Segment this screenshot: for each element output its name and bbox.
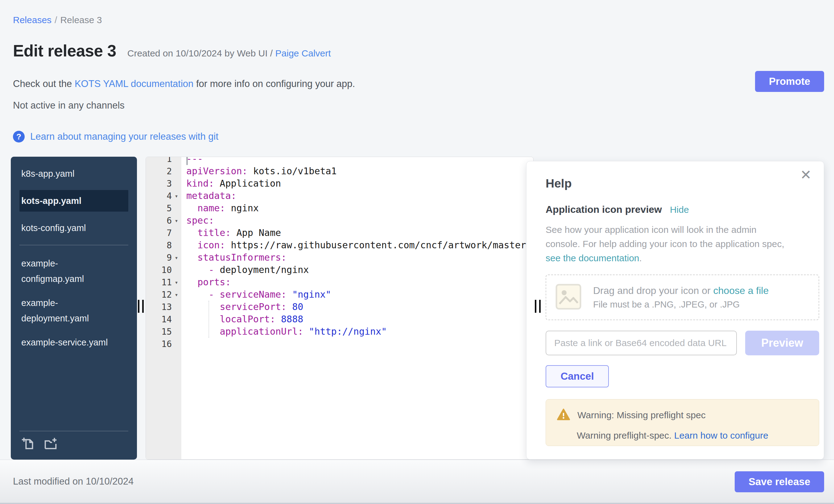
help-panel: ✕ Help Application icon preview Hide See… xyxy=(526,161,824,460)
file-tree-footer-divider xyxy=(19,431,128,431)
code-line-1[interactable]: --- xyxy=(181,157,533,165)
code-line-16[interactable] xyxy=(181,338,533,350)
editor-code-rows[interactable]: ---apiVersion: kots.io/v1beta1kind: Appl… xyxy=(181,157,533,350)
gutter-line-14: 14 xyxy=(146,313,181,325)
choose-file-link[interactable]: choose a file xyxy=(714,285,769,296)
hide-link[interactable]: Hide xyxy=(670,204,689,215)
git-help-row: ? Learn about managing your releases wit… xyxy=(13,131,218,143)
gutter-line-3: 3 xyxy=(146,177,181,190)
warning-detail-text: Warning preflight-spec. xyxy=(577,430,674,440)
file-item-kots-app-yaml[interactable]: kots-app.yaml xyxy=(19,190,128,212)
gutter-line-12: 12▾ xyxy=(146,288,181,301)
fold-arrow-icon[interactable]: ▾ xyxy=(172,214,181,227)
promote-button[interactable]: Promote xyxy=(755,71,824,92)
editor-gutter-rows: 1234▾56▾789▾1011▾12▾13141516 xyxy=(146,157,181,350)
docs-post: for more info on configuring your app. xyxy=(193,78,355,89)
file-item-example-service-yaml[interactable]: example-service.yaml xyxy=(11,335,137,350)
dropzone-text: Drag and drop your icon or choose a file… xyxy=(593,285,769,310)
gutter-line-16: 16 xyxy=(146,338,181,350)
breadcrumb-current: Release 3 xyxy=(60,15,102,25)
icon-preview-description: See how your application icon will look … xyxy=(546,223,792,265)
docs-line: Check out the KOTS YAML documentation fo… xyxy=(13,78,355,89)
footer-bar: Last modified on 10/10/2024 xyxy=(0,460,834,504)
file-list: k8s-app.yamlkots-app.yamlkots-config.yam… xyxy=(11,166,137,350)
code-line-14[interactable]: localPort: 8888 xyxy=(181,313,533,325)
icon-url-row: Preview xyxy=(546,331,819,355)
code-line-15[interactable]: applicationUrl: "http://nginx" xyxy=(181,325,533,338)
breadcrumb: Releases/Release 3 xyxy=(13,15,102,25)
gutter-line-6: 6▾ xyxy=(146,214,181,227)
dropzone-hint: File must be a .PNG, .JPEG, or .JPG xyxy=(593,300,769,310)
image-placeholder-icon xyxy=(555,283,582,311)
code-line-7[interactable]: title: App Name xyxy=(181,227,533,239)
code-line-4[interactable]: metadata: xyxy=(181,190,533,202)
code-line-3[interactable]: kind: Application xyxy=(181,177,533,190)
file-item-k8s-app-yaml[interactable]: k8s-app.yaml xyxy=(11,166,137,181)
icon-preview-title: Application icon preview xyxy=(546,204,662,215)
preview-button[interactable]: Preview xyxy=(745,331,819,355)
breadcrumb-separator: / xyxy=(54,15,57,25)
last-modified-text: Last modified on 10/10/2024 xyxy=(13,476,134,487)
save-release-button[interactable]: Save release xyxy=(735,471,824,492)
gutter-line-11: 11▾ xyxy=(146,276,181,288)
gutter-line-15: 15 xyxy=(146,325,181,338)
code-line-9[interactable]: statusInformers: xyxy=(181,251,533,264)
gutter-line-7: 7 xyxy=(146,227,181,239)
sidebar-resize-handle[interactable] xyxy=(138,300,145,313)
fold-arrow-icon[interactable]: ▾ xyxy=(172,251,181,264)
gutter-line-9: 9▾ xyxy=(146,251,181,264)
preflight-warning-box: Warning: Missing preflight spec Warning … xyxy=(546,399,819,446)
icon-preview-section-header: Application icon preview Hide xyxy=(546,204,818,215)
kots-docs-link[interactable]: KOTS YAML documentation xyxy=(75,78,193,89)
file-item-example-configmap-yaml[interactable]: example-configmap.yaml xyxy=(11,256,137,287)
page-title: Edit release 3 xyxy=(13,41,116,60)
code-line-5[interactable]: name: nginx xyxy=(181,202,533,214)
gutter-line-2: 2 xyxy=(146,165,181,177)
file-item-kots-config-yaml[interactable]: kots-config.yaml xyxy=(11,220,137,236)
warning-title: Warning: Missing preflight spec xyxy=(577,410,706,420)
file-item-example-deployment-yaml[interactable]: example-deployment.yaml xyxy=(11,295,137,326)
channel-status: Not active in any channels xyxy=(13,100,125,111)
code-line-6[interactable]: spec: xyxy=(181,214,533,227)
created-text: Created on 10/10/2024 by Web UI / xyxy=(127,48,276,58)
file-tree-actions xyxy=(19,437,128,452)
new-folder-icon[interactable] xyxy=(43,437,58,452)
gutter-line-10: 10 xyxy=(146,264,181,276)
icon-url-input[interactable] xyxy=(546,331,737,355)
created-line: Created on 10/10/2024 by Web UI / Paige … xyxy=(127,48,331,59)
docs-pre: Check out the xyxy=(13,78,75,89)
fold-arrow-icon[interactable]: ▾ xyxy=(172,288,181,301)
code-line-11[interactable]: ports: xyxy=(181,276,533,288)
breadcrumb-releases-link[interactable]: Releases xyxy=(13,15,51,25)
question-icon: ? xyxy=(13,131,25,143)
gutter-line-8: 8 xyxy=(146,239,181,251)
fold-arrow-icon[interactable]: ▾ xyxy=(172,276,181,288)
code-line-12[interactable]: - serviceName: "nginx" xyxy=(181,288,533,301)
dropzone-label: Drag and drop your icon or xyxy=(593,285,714,296)
indent-guide xyxy=(208,301,209,338)
created-by-link[interactable]: Paige Calvert xyxy=(276,48,331,58)
gutter-line-1: 1 xyxy=(146,157,181,165)
description-text: See how your application icon will look … xyxy=(546,224,784,249)
code-line-13[interactable]: servicePort: 80 xyxy=(181,301,533,313)
new-file-icon[interactable] xyxy=(21,437,36,452)
close-icon[interactable]: ✕ xyxy=(800,168,811,182)
cancel-button[interactable]: Cancel xyxy=(546,365,609,388)
code-line-2[interactable]: apiVersion: kots.io/v1beta1 xyxy=(181,165,533,177)
yaml-editor[interactable]: 1234▾56▾789▾1011▾12▾13141516 ---apiVersi… xyxy=(146,157,533,460)
learn-configure-link[interactable]: Learn how to configure xyxy=(674,430,768,440)
file-tree-footer xyxy=(19,431,128,452)
code-line-10[interactable]: - deployment/nginx xyxy=(181,264,533,276)
help-resize-handle[interactable] xyxy=(535,300,542,313)
fold-arrow-icon[interactable]: ▾ xyxy=(172,190,181,202)
gutter-line-5: 5 xyxy=(146,202,181,214)
edit-release-page: Releases/Release 3 Edit release 3 Create… xyxy=(0,0,834,504)
warning-detail: Warning preflight-spec. Learn how to con… xyxy=(577,430,808,441)
git-releases-link[interactable]: Learn about managing your releases with … xyxy=(30,131,218,142)
gutter-line-13: 13 xyxy=(146,301,181,313)
icon-dropzone[interactable]: Drag and drop your icon or choose a file… xyxy=(546,275,819,320)
editor-cursor xyxy=(186,157,188,165)
file-tree-sidebar: k8s-app.yamlkots-app.yamlkots-config.yam… xyxy=(11,157,137,460)
code-line-8[interactable]: icon: https://raw.githubusercontent.com/… xyxy=(181,239,533,251)
see-documentation-link[interactable]: see the documentation xyxy=(546,253,639,263)
